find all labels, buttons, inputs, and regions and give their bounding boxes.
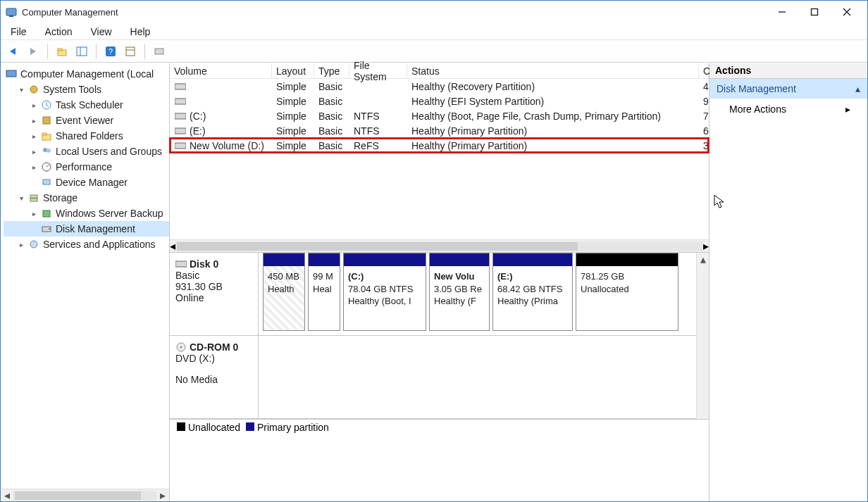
tree-root[interactable]: Computer Management (Local (4, 66, 169, 82)
partition-size: 781.25 GB (581, 270, 674, 283)
volume-list[interactable]: SimpleBasicHealthy (Recovery Partition)4… (170, 79, 709, 153)
partition-box[interactable]: (C:)78.04 GB NTFSHealthy (Boot, I (343, 253, 426, 331)
tree-storage[interactable]: ▾ Storage (4, 190, 169, 206)
volume-layout: Simple (272, 81, 314, 92)
properties-button[interactable] (122, 43, 139, 60)
blank-icon (29, 177, 39, 187)
tree-system-tools[interactable]: ▾ System Tools (4, 82, 169, 97)
volume-capacity: 9 (699, 96, 709, 107)
expand-icon[interactable]: ▸ (29, 115, 39, 125)
volume-row[interactable]: (E:)SimpleBasicNTFSHealthy (Primary Part… (170, 123, 709, 138)
expand-icon[interactable]: ▸ (29, 208, 39, 218)
expand-icon[interactable]: ▸ (29, 162, 39, 172)
volume-row[interactable]: SimpleBasicHealthy (EFI System Partition… (170, 94, 709, 108)
disk-row-disk0[interactable]: Disk 0 Basic 931.30 GB Online 450 MBHeal… (170, 253, 709, 336)
col-status[interactable]: Status (407, 63, 699, 78)
toolbar: ? (1, 40, 867, 63)
forward-button[interactable] (25, 43, 42, 60)
col-filesystem[interactable]: File System (349, 63, 407, 78)
menu-view[interactable]: View (87, 25, 114, 39)
close-button[interactable] (831, 1, 863, 23)
menu-help[interactable]: Help (128, 25, 154, 39)
disk-size: 931.30 GB (175, 281, 252, 292)
volume-status: Healthy (Primary Partition) (407, 125, 699, 137)
backup-icon (40, 207, 53, 220)
tree-device-manager[interactable]: Device Manager (4, 175, 169, 190)
tree-label: Task Scheduler (56, 99, 123, 111)
cdrom-icon (175, 341, 187, 353)
svg-point-24 (46, 149, 51, 153)
volume-hscrollbar[interactable]: ◂▸ (170, 239, 709, 252)
volume-type: Basic (314, 111, 349, 122)
back-button[interactable] (5, 43, 22, 60)
partition-box[interactable]: New Volu3.05 GB ReHealthy (F (429, 253, 490, 331)
volume-row[interactable]: (C:)SimpleBasicNTFSHealthy (Boot, Page F… (170, 108, 709, 123)
show-hide-tree-button[interactable] (73, 43, 90, 60)
collapse-icon: ▴ (855, 83, 860, 94)
volume-type: Basic (314, 125, 349, 137)
volume-type: Basic (314, 81, 349, 92)
svg-line-19 (46, 105, 49, 106)
partition-box[interactable]: 781.25 GBUnallocated (576, 253, 678, 331)
col-capacity[interactable]: C (699, 63, 709, 78)
volume-row[interactable]: SimpleBasicHealthy (Recovery Partition)4 (170, 79, 709, 94)
tree-hscrollbar[interactable]: ◂▸ (1, 489, 169, 501)
volume-fs: ReFS (349, 140, 407, 151)
tree-disk-management[interactable]: Disk Management (4, 221, 169, 237)
partition-box[interactable]: 450 MBHealth (263, 253, 305, 331)
expand-icon[interactable]: ▸ (29, 131, 39, 141)
actions-more-label: More Actions (729, 103, 786, 115)
help-button[interactable]: ? (102, 43, 119, 60)
actions-more[interactable]: More Actions ▸ (709, 99, 867, 120)
disk-type: Basic (175, 270, 252, 281)
diskmap-vscrollbar[interactable]: ▴ (696, 253, 709, 419)
tree-local-users[interactable]: ▸ Local Users and Groups (4, 144, 169, 159)
volume-row[interactable]: New Volume (D:)SimpleBasicReFSHealthy (P… (170, 138, 709, 153)
volume-capacity: 6 (699, 125, 709, 137)
menu-file[interactable]: File (8, 25, 30, 39)
collapse-icon[interactable]: ▾ (16, 84, 26, 94)
svg-point-32 (49, 228, 50, 230)
tree-event-viewer[interactable]: ▸ Event Viewer (4, 113, 169, 128)
legend-primary: Primary partition (257, 422, 329, 433)
disk-row-cdrom[interactable]: CD-ROM 0 DVD (X:) No Media (170, 336, 709, 419)
svg-rect-20 (43, 117, 50, 124)
tree-label: Computer Management (Local (20, 68, 154, 80)
partition-box[interactable]: (E:)68.42 GB NTFSHealthy (Prima (492, 253, 573, 331)
collapse-icon[interactable]: ▾ (16, 193, 26, 203)
expand-icon[interactable]: ▸ (16, 239, 26, 249)
actions-pane: Actions Disk Management ▴ More Actions ▸ (709, 63, 867, 501)
volume-status: Healthy (Recovery Partition) (407, 81, 699, 92)
tree-shared-folders[interactable]: ▸ Shared Folders (4, 128, 169, 144)
svg-rect-1 (9, 15, 13, 17)
maximize-button[interactable] (798, 1, 831, 23)
svg-point-33 (30, 241, 37, 248)
tree-label: Event Viewer (56, 115, 113, 126)
col-type[interactable]: Type (314, 63, 349, 78)
tree-wsb[interactable]: ▸ Windows Server Backup (4, 206, 169, 221)
tree-performance[interactable]: ▸ Performance (4, 159, 169, 175)
toolbar-separator (96, 44, 97, 59)
svg-rect-14 (155, 49, 163, 54)
refresh-button[interactable] (151, 43, 168, 60)
cdrom-sub: DVD (X:) (175, 353, 252, 364)
minimize-button[interactable] (766, 1, 798, 23)
up-button[interactable] (54, 43, 70, 60)
expand-icon[interactable]: ▸ (29, 146, 39, 156)
clock-icon (40, 99, 53, 111)
menu-action[interactable]: Action (42, 25, 75, 39)
partition-name: (C:) (348, 270, 421, 283)
actions-section-title[interactable]: Disk Management ▴ (709, 79, 867, 99)
expand-icon[interactable]: ▸ (29, 100, 39, 110)
svg-rect-35 (175, 99, 186, 104)
svg-rect-22 (42, 133, 46, 135)
center-pane: Volume Layout Type File System Status C … (170, 63, 709, 501)
col-volume[interactable]: Volume (170, 63, 272, 78)
svg-line-26 (46, 165, 49, 167)
tree-label: Device Manager (56, 177, 128, 188)
partition-box[interactable]: 99 MHeal (308, 253, 340, 331)
tree-services[interactable]: ▸ Services and Applications (4, 237, 169, 252)
app-icon (5, 6, 18, 18)
col-layout[interactable]: Layout (272, 63, 314, 78)
tree-task-scheduler[interactable]: ▸ Task Scheduler (4, 97, 169, 113)
